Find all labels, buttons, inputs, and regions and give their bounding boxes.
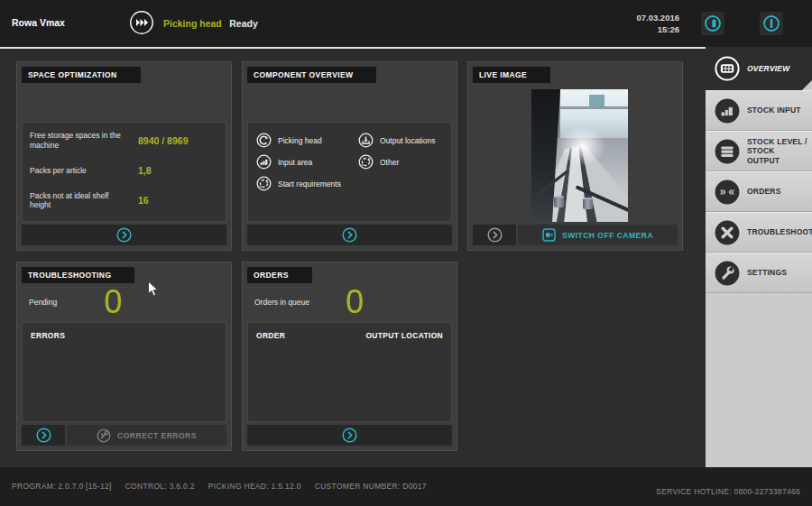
top-bar: Rowa Vmax Picking head Ready 07.03.2016 … xyxy=(0,0,812,47)
standby-screen-icon xyxy=(703,14,723,33)
panel-title: SPACE OPTIMIZATION xyxy=(22,67,141,83)
orders-icon xyxy=(714,179,741,206)
camera-icon xyxy=(542,228,556,242)
corner-fold xyxy=(802,80,812,90)
sidebar-item-label: OVERVIEW xyxy=(747,64,793,74)
sidebar-item-stock-input[interactable]: STOCK INPUT xyxy=(706,90,812,131)
picking-head-status-icon xyxy=(129,10,154,35)
live-camera-image xyxy=(531,89,628,222)
picking-head-status: Picking head Ready xyxy=(129,10,258,35)
pending-count: 0 xyxy=(104,286,122,318)
troubleshooting-open-button[interactable] xyxy=(22,425,65,446)
sidebar-navigation: OVERVIEW STOCK INPUT xyxy=(706,47,812,467)
sidebar-item-orders[interactable]: ORDERS xyxy=(706,171,812,212)
stock-level-icon xyxy=(714,138,741,165)
component-label: Other xyxy=(380,158,399,167)
component-item: Start requirements xyxy=(256,176,358,191)
errors-list: ERRORS xyxy=(22,322,226,422)
program-version: PROGRAM: 2.0.7.0 [15-12] xyxy=(12,482,112,491)
space-optimization-open-button[interactable] xyxy=(22,225,226,245)
stat-label: Free storage spaces in the machine xyxy=(30,131,131,150)
component-label: Output locations xyxy=(380,136,435,145)
orders-open-button[interactable] xyxy=(247,425,452,446)
order-column-header: ORDER xyxy=(256,331,285,340)
app-title: Rowa Vmax xyxy=(12,17,65,28)
picking-head-version: PICKING HEAD: 1.5.12.0 xyxy=(208,482,301,491)
chevron-right-icon xyxy=(342,227,357,243)
time: 15:26 xyxy=(636,23,679,35)
orders-queue-row: Orders in queue 0 xyxy=(254,286,448,318)
live-image-panel: LIVE IMAGE xyxy=(467,61,683,251)
component-item: Picking head xyxy=(256,133,358,148)
space-optimization-panel: SPACE OPTIMIZATION Free storage spaces i… xyxy=(16,61,232,251)
pending-row: Pending 0 xyxy=(29,286,222,318)
rowa-vmax-screen: Rowa Vmax Picking head Ready 07.03.2016 … xyxy=(0,0,812,506)
sidebar-item-settings[interactable]: SETTINGS xyxy=(706,253,812,293)
switch-off-camera-label: SWITCH OFF CAMERA xyxy=(562,231,653,240)
stat-value: 8940 / 8969 xyxy=(138,135,188,146)
errors-header: ERRORS xyxy=(23,323,226,340)
status-bar: PROGRAM: 2.0.7.0 [15-12] CONTROL: 3.6.0.… xyxy=(0,467,812,506)
troubleshooting-icon xyxy=(714,219,741,246)
sidebar-item-troubleshooting[interactable]: TROUBLESHOOTING xyxy=(706,212,812,253)
sidebar-item-stock-level-stock-output[interactable]: STOCK LEVEL / STOCK OUTPUT xyxy=(706,131,812,171)
component-item: Output locations xyxy=(358,133,435,148)
input-area-icon xyxy=(256,154,272,170)
power-icon xyxy=(761,14,781,33)
service-hotline: SERVICE HOTLINE: 0800-2273387466 xyxy=(656,487,800,496)
stat-label: Packs not at ideal shelf height xyxy=(30,191,131,210)
chevron-right-icon xyxy=(116,227,132,243)
status-label: Picking head xyxy=(163,18,222,29)
pending-label: Pending xyxy=(29,298,57,307)
component-label: Start requirements xyxy=(278,179,341,189)
power-button[interactable] xyxy=(760,12,783,35)
live-image-open-button[interactable] xyxy=(473,225,516,245)
panel-title: ORDERS xyxy=(247,267,312,283)
troubleshooting-panel: TROUBLESHOOTING Pending 0 ERRORS xyxy=(16,262,232,451)
component-overview-panel: COMPONENT OVERVIEW Picking head xyxy=(242,61,457,251)
control-version: CONTROL: 3.6.0.2 xyxy=(125,482,195,491)
component-label: Picking head xyxy=(278,136,322,145)
orders-list: ORDER OUTPUT LOCATION xyxy=(247,322,452,422)
chevron-right-icon xyxy=(487,227,503,243)
stat-label: Packs per article xyxy=(30,166,131,176)
switch-off-camera-button[interactable]: SWITCH OFF CAMERA xyxy=(518,225,678,245)
other-icon xyxy=(358,154,374,170)
component-label: Input area xyxy=(278,158,312,167)
panel-title: TROUBLESHOOTING xyxy=(22,267,134,283)
datetime: 07.03.2016 15:26 xyxy=(636,12,679,36)
component-item: Other xyxy=(358,154,435,170)
orders-queue-count: 0 xyxy=(346,286,364,318)
sidebar-item-label: STOCK INPUT xyxy=(747,106,805,115)
stat-value: 1,8 xyxy=(138,165,152,176)
settings-icon xyxy=(714,260,741,287)
topbar-divider xyxy=(0,47,706,49)
correct-errors-icon xyxy=(97,428,111,443)
output-locations-icon xyxy=(358,133,374,148)
component-overview-open-button[interactable] xyxy=(247,225,452,245)
stat-row: Packs not at ideal shelf height 16 xyxy=(30,191,218,210)
orders-queue-label: Orders in queue xyxy=(254,298,309,307)
chevron-right-icon xyxy=(36,428,51,443)
stat-row: Packs per article 1,8 xyxy=(30,165,218,176)
stat-row: Free storage spaces in the machine 8940 … xyxy=(30,131,218,150)
correct-errors-button[interactable]: CORRECT ERRORS xyxy=(67,425,226,446)
sidebar-item-label: SETTINGS xyxy=(747,268,790,278)
customer-number: CUSTOMER NUMBER: D0017 xyxy=(315,482,427,491)
standby-screen-button[interactable] xyxy=(701,12,724,35)
stock-input-icon xyxy=(714,97,741,124)
sidebar-item-label: ORDERS xyxy=(747,187,785,197)
panel-title: LIVE IMAGE xyxy=(473,67,550,83)
correct-errors-label: CORRECT ERRORS xyxy=(117,431,197,440)
stat-value: 16 xyxy=(138,195,149,206)
sidebar-item-label: TROUBLESHOOTING xyxy=(747,227,812,237)
space-optimization-stats: Free storage spaces in the machine 8940 … xyxy=(22,122,226,222)
sidebar-item-label: STOCK LEVEL / STOCK OUTPUT xyxy=(747,137,812,166)
date: 07.03.2016 xyxy=(636,12,679,23)
overview-icon xyxy=(714,55,741,82)
panel-title: COMPONENT OVERVIEW xyxy=(247,67,376,83)
picking-head-icon xyxy=(256,133,272,148)
output-location-column-header: OUTPUT LOCATION xyxy=(365,331,443,340)
sidebar-item-overview[interactable]: OVERVIEW xyxy=(706,47,812,90)
component-list: Picking head Input area xyxy=(247,122,452,222)
